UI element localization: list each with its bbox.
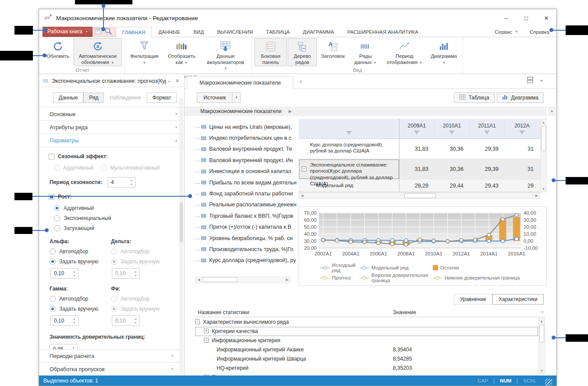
table-row-name-cell[interactable]: −Экспоненциальное сглаживание: прогноз(К… [299,159,399,179]
scroll-right-icon[interactable]: ▶ [284,278,290,282]
section-missing-values[interactable]: Обработка пропусков ▼ [39,362,180,375]
stats-tab-button[interactable]: Уравнение [454,294,492,305]
collapse-icon[interactable]: « [168,78,171,84]
tree-item[interactable]: —Приток (+)/отток (-) капитала к В [195,222,299,233]
source-button[interactable]: Источник ▼ [197,92,241,103]
scroll-down-icon[interactable]: ▼ [539,368,545,374]
data-series-button[interactable]: Ряды данных ▼ [349,38,381,66]
table-cell[interactable]: 30,36 [435,139,470,159]
table-cell[interactable]: 29,39 [470,159,505,179]
scrollbar-thumb[interactable] [180,203,183,242]
section-main[interactable]: Основные ▼ [39,107,184,120]
series-tree-button[interactable]: Дерево рядов [288,38,317,66]
section-calc-periods[interactable]: Периоды расчета ▼ [39,349,180,362]
spinner-arrows[interactable]: ▲▼ [71,318,78,324]
collapse-expander-icon[interactable]: − [204,338,209,343]
visualizer-data-button[interactable]: Данные визуализаторов ▼ [201,38,249,72]
growth-damped-radio[interactable] [54,225,60,231]
filter-icon[interactable] [520,130,524,135]
display-as-button[interactable]: Отобразить как ▼ [163,38,200,72]
chart-button[interactable]: Диаграмма ▼ [427,38,460,66]
alpha-auto-radio[interactable] [50,248,56,255]
table-column-header[interactable]: 2009A1 [399,119,435,138]
stats-row[interactable]: ·Информационный критерий Шварца8,54285 [195,354,538,364]
delta-manual-radio[interactable] [111,259,117,265]
seasonal-checkbox[interactable] [49,154,54,159]
document-tab[interactable]: Макроэкономические показатели [187,76,293,89]
table-cell[interactable]: 31,83 [399,139,435,159]
scroll-left-icon[interactable]: ◀ [196,278,202,282]
legend-item[interactable]: Прогноз [320,275,360,280]
table-column-header[interactable]: 2011A1 [470,119,505,138]
growth-exponential-radio[interactable] [54,215,60,221]
help-menu[interactable]: Справка [530,29,549,35]
tree-item[interactable]: —Валовой внутренний продукт, Те [195,144,299,155]
tree-item[interactable]: —Инвестиции в основной капитал [195,166,299,177]
legend-item[interactable]: Нижняя доверительная граница [433,275,520,280]
auto-refresh-button[interactable]: A Автоматическое обновление ▼ [74,38,122,66]
spinner-arrows[interactable]: ▲▼ [132,270,139,277]
scrollbar-thumb[interactable] [203,277,238,282]
gamma-manual-radio[interactable] [50,306,56,312]
table-cell[interactable]: 29,43 [470,180,505,191]
close-button[interactable]: ✕ [536,9,556,27]
tree-item[interactable]: —Торговый баланс к ВВП, %|Годов [195,210,299,221]
table-column-header[interactable]: 2010A1 [435,119,470,138]
panel-tab[interactable]: Формат [147,92,177,103]
side-panel-scrollbar[interactable] [179,98,183,374]
table-cell[interactable]: 30,36 [435,159,470,179]
minimize-button[interactable]: – [496,9,516,27]
layout-icon[interactable] [527,77,534,85]
growth-additive-radio[interactable] [54,205,60,211]
new-tab-button[interactable]: + [293,78,308,89]
ribbon-tab[interactable]: ДИАГРАММА [296,27,341,37]
section-params[interactable]: Параметры ▲ [39,134,184,147]
table-row-name-cell[interactable]: Курс доллара (среднегодовой), рублей за … [299,139,399,159]
filter-icon[interactable] [414,130,419,135]
table-cell[interactable]: 29,39 [470,139,505,159]
collapse-expander-icon[interactable]: − [195,319,200,324]
tree-hscrollbar[interactable]: ◀ ▶ [195,276,291,283]
spinner-arrows[interactable]: ▲▼ [128,179,135,186]
tree-item[interactable]: —Реальные располагаемые денежн [195,199,299,210]
tree-item[interactable]: —Цены на нефть Urals (мировые), [195,121,299,132]
scrollbar-thumb[interactable] [539,325,544,342]
table-row-name-cell[interactable]: Модельный ряд [299,180,399,191]
stats-row[interactable]: −Информационные критерии [195,336,538,345]
table-cell[interactable]: 31 [505,159,540,179]
ribbon-tab[interactable]: ВИД [187,27,210,37]
phi-spinner[interactable]: 0,10 ▲▼ [112,315,140,326]
ribbon-tab[interactable]: ВЫЧИСЛЕНИЯ [210,27,260,37]
legend-item[interactable]: Модельный ряд [360,265,433,270]
expand-expander-icon[interactable]: + [204,329,209,333]
tree-item[interactable]: —Фонд заработной платы работни [195,188,299,199]
seasonal-additive-radio[interactable] [54,165,60,171]
save-icon[interactable] [95,27,102,36]
tree-item[interactable]: —Индекс потребительских цен в с [195,132,299,143]
table-cell[interactable]: 29 [505,180,540,191]
panel-tab[interactable]: Данные [53,92,83,103]
stats-row[interactable]: ·HQ-критерий8,35203 [195,364,538,373]
delta-auto-radio[interactable] [111,248,117,255]
workbook-menu-button[interactable]: Рабочая книга ▪ [43,27,93,37]
ribbon-tab[interactable]: ТАБЛИЦА [260,27,296,37]
season-period-spinner[interactable]: 4 ▲▼ [107,177,135,188]
preview-icon[interactable] [104,27,112,37]
tree-item[interactable]: —Производительность труда, %|Го [195,244,299,255]
alpha-manual-radio[interactable] [50,259,56,265]
close-icon[interactable]: ✕ [175,78,180,84]
filter-button[interactable]: Фильтрация ▼ [127,38,162,72]
spinner-arrows[interactable]: ▲▼ [71,270,78,277]
tree-item[interactable]: —Курс доллара (среднегодовой), ру [195,255,299,266]
table-cell[interactable]: 31,83 [399,159,435,179]
legend-item[interactable]: Остатки [433,265,459,270]
stats-tab-button[interactable]: Характеристики [492,294,544,305]
gamma-spinner[interactable]: 0,10 ▲▼ [50,315,78,326]
seasonal-multiplicative-radio[interactable] [101,165,107,171]
ribbon-tab[interactable]: РАСШИРЕННАЯ АНАЛИТИКА [341,27,425,37]
legend-item[interactable]: Верхняя доверительная граница [360,273,433,283]
ribbon-tab[interactable]: ГЛАВНАЯ [116,27,152,37]
tree-item[interactable]: —Валовой внутренний продукт, Ин [195,155,299,166]
scroll-down-icon[interactable]: ▼ [541,186,546,192]
breadcrumb-dropdown[interactable]: ▼ [548,106,556,116]
